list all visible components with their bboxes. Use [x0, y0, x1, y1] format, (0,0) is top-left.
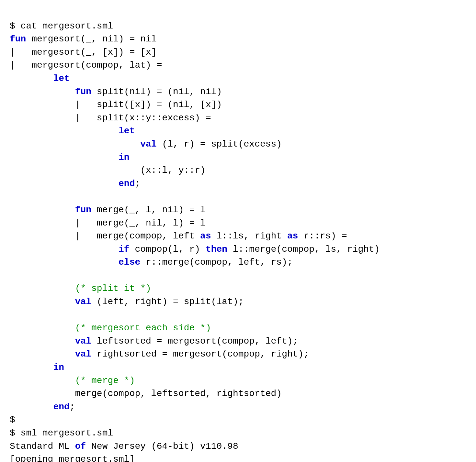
- fun-kw-1: fun: [10, 34, 26, 44]
- prompt-sml: $ sml mergesort.sml: [10, 428, 113, 438]
- sml-opening: [opening mergesort.sml]: [10, 454, 135, 462]
- terminal-output: $ cat mergesort.sml fun mergesort(_, nil…: [10, 6, 466, 462]
- sml-version: Standard ML: [10, 441, 75, 451]
- prompt-dollar: $: [10, 415, 15, 425]
- prompt-cat: $ cat mergesort.sml: [10, 21, 113, 31]
